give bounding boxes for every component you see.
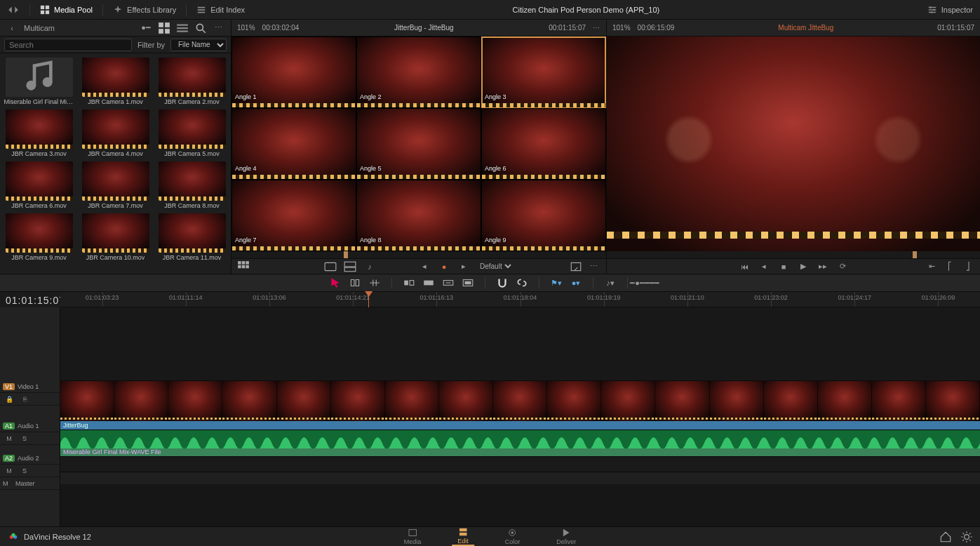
track-header-v1[interactable]: V1Video 1 — [0, 380, 60, 393]
list-view-icon[interactable] — [176, 22, 189, 34]
search-icon[interactable] — [194, 22, 207, 34]
multicam-angle[interactable]: Angle 3 — [481, 36, 606, 108]
media-pool-tab[interactable]: Media Pool — [40, 5, 93, 15]
match-frame-out-icon[interactable]: ⇤ — [925, 260, 938, 273]
trim-tool-icon[interactable] — [348, 277, 362, 289]
program-zoom[interactable]: 101% — [612, 24, 631, 32]
gear-icon[interactable] — [960, 531, 973, 543]
fit-to-fill-icon[interactable] — [461, 277, 475, 289]
breadcrumb[interactable]: Multicam — [24, 24, 55, 32]
multicam-angle[interactable]: Angle 5 — [356, 108, 481, 180]
clip-item[interactable]: JBR Camera 4.mov — [79, 109, 152, 157]
edit-index-tab[interactable]: Edit Index — [196, 5, 245, 15]
video-only-icon[interactable] — [324, 260, 337, 273]
record-icon[interactable]: ● — [438, 260, 450, 273]
angle-label: Angle 5 — [360, 165, 382, 172]
timeline-ruler[interactable]: 01:01:03:2301:01:11:1401:01:13:0601:01:1… — [60, 292, 980, 307]
insert-icon[interactable] — [402, 277, 416, 289]
multicam-angle[interactable]: Angle 2 — [356, 36, 481, 108]
mute2-icon[interactable]: M — [3, 465, 15, 477]
marker-dropdown-icon[interactable]: ●▾ — [569, 277, 583, 289]
search-input[interactable] — [4, 39, 132, 51]
timeline-timecode[interactable]: 01:01:15:07 — [6, 295, 65, 306]
multicam-angle[interactable]: Angle 8 — [356, 180, 481, 251]
clip-item[interactable]: JBR Camera 10.mov — [79, 213, 152, 261]
audio-track-2[interactable] — [60, 456, 980, 472]
slider-icon[interactable]: ●━ — [140, 22, 152, 34]
next-frame-icon[interactable]: ▸▸ — [817, 260, 829, 273]
audio-only-icon[interactable]: ♪ — [363, 260, 376, 273]
audio-track-1[interactable]: Miserable Girl Final Mix-WAVE File — [60, 430, 980, 456]
multicam-grid-menu-icon[interactable] — [237, 260, 250, 273]
tracks-canvas[interactable]: JitterBug Miserable Girl Final Mix-WAVE … — [60, 307, 980, 526]
link-small-icon[interactable]: ⎘ — [18, 393, 31, 406]
page-media[interactable]: Media — [398, 527, 427, 546]
back-icon[interactable]: ‹ — [6, 22, 18, 34]
source-more-icon[interactable]: ⋯ — [593, 24, 600, 32]
mark-in-icon[interactable]: ⎡ — [944, 260, 956, 273]
track-header-a2[interactable]: A2Audio 2 — [0, 452, 60, 465]
clip-item[interactable]: JBR Camera 7.mov — [79, 161, 152, 209]
master-track[interactable] — [60, 472, 980, 484]
replace-icon[interactable] — [441, 277, 455, 289]
source-zoom[interactable]: 101% — [237, 24, 255, 32]
blade-tool-icon[interactable] — [368, 277, 382, 289]
clip-item[interactable]: JBR Camera 3.mov — [3, 109, 75, 157]
page-deliver[interactable]: Deliver — [551, 527, 582, 546]
link-icon[interactable] — [515, 277, 529, 289]
thumb-view-icon[interactable] — [158, 22, 170, 34]
audio-clip-label[interactable]: Miserable Girl Final Mix-WAVE File — [60, 448, 980, 456]
match-frame-icon[interactable] — [570, 260, 582, 273]
expand-toggle-icon[interactable] — [7, 4, 20, 16]
effects-library-tab[interactable]: Effects Library — [113, 5, 176, 15]
clip-item[interactable]: JBR Camera 8.mov — [156, 161, 228, 209]
video-clip-label[interactable]: JitterBug — [60, 421, 980, 430]
page-edit[interactable]: Edit — [452, 527, 474, 546]
clip-item[interactable]: JBR Camera 2.mov — [156, 58, 228, 105]
track-header-master[interactable]: M Master — [0, 477, 60, 490]
audio-scrub-icon[interactable]: ♪▾ — [603, 277, 617, 289]
source-foot-more-icon[interactable]: ⋯ — [588, 260, 600, 273]
filter-by-select[interactable]: File Name — [170, 39, 227, 51]
prev-angle-icon[interactable]: ◂ — [418, 260, 431, 273]
more-icon[interactable]: ⋯ — [213, 22, 225, 34]
prev-frame-icon[interactable]: ◂ — [758, 260, 770, 273]
multicam-angle[interactable]: Angle 1 — [231, 36, 356, 108]
video-track-1[interactable] — [60, 380, 980, 421]
program-scrubber[interactable] — [607, 251, 980, 258]
source-clip-name[interactable]: JitterBug - JitteBug — [394, 24, 453, 32]
clip-item[interactable]: JBR Camera 11.mov — [156, 213, 228, 261]
multicam-angle[interactable]: Angle 6 — [481, 108, 606, 180]
page-color[interactable]: Color — [499, 527, 526, 546]
lock-icon[interactable]: 🔒 — [3, 393, 15, 406]
overwrite-icon[interactable] — [422, 277, 436, 289]
snapping-icon[interactable] — [495, 277, 509, 289]
mute-icon[interactable]: M — [3, 432, 15, 445]
clip-item[interactable]: JBR Camera 9.mov — [3, 213, 75, 261]
source-scrubber[interactable] — [231, 251, 606, 258]
multicam-angle[interactable]: Angle 7 — [231, 180, 356, 251]
loop-icon[interactable]: ⟳ — [836, 260, 849, 273]
angle-sort-select[interactable]: Default — [477, 262, 514, 271]
next-angle-icon[interactable]: ▸ — [457, 260, 470, 273]
track-header-a1[interactable]: A1Audio 1 — [0, 420, 60, 432]
play-icon[interactable]: ▶ — [797, 260, 810, 273]
clip-item[interactable]: JBR Camera 1.mov — [79, 58, 152, 105]
mark-out-icon[interactable]: ⎦ — [962, 260, 974, 273]
stop-icon[interactable]: ■ — [777, 260, 790, 273]
selection-tool-icon[interactable] — [328, 277, 342, 289]
clip-item[interactable]: JBR Camera 6.mov — [3, 161, 75, 209]
av-icon[interactable] — [344, 260, 356, 273]
solo-icon[interactable]: S — [18, 432, 31, 445]
first-frame-icon[interactable]: ⏮ — [738, 260, 751, 273]
flag-icon[interactable]: ⚑▾ — [549, 277, 563, 289]
clip-item[interactable]: Miserable Girl Final Mix-WAVE Fil... — [3, 58, 75, 105]
zoom-slider-icon[interactable]: ━●━━━━ — [638, 277, 652, 289]
multicam-angle[interactable]: Angle 4 — [231, 108, 356, 180]
program-clip-name[interactable]: Multicam JitteBug — [778, 24, 833, 32]
solo2-icon[interactable]: S — [18, 465, 31, 477]
inspector-tab[interactable]: Inspector — [927, 5, 973, 15]
multicam-angle[interactable]: Angle 9 — [481, 180, 606, 251]
clip-item[interactable]: JBR Camera 5.mov — [156, 109, 228, 157]
home-icon[interactable] — [939, 531, 952, 543]
